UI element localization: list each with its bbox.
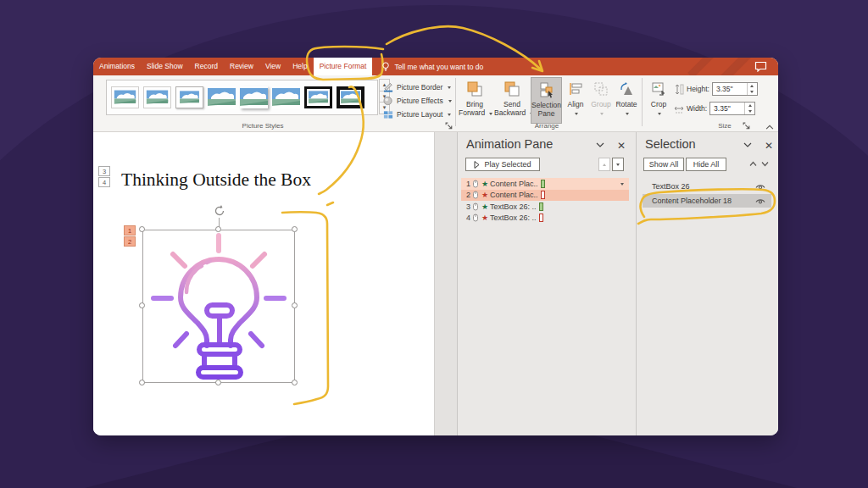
timing-bar[interactable] xyxy=(539,202,543,211)
width-label: Width: xyxy=(687,104,707,113)
picture-style-thumbnail[interactable] xyxy=(111,86,139,108)
picture-style-thumbnail[interactable] xyxy=(272,86,300,108)
move-down-icon[interactable] xyxy=(761,161,769,167)
picture-style-thumbnail[interactable] xyxy=(208,86,236,108)
picture-styles-gallery[interactable] xyxy=(106,80,378,115)
picture-styles-group-label: Picture Styles xyxy=(178,122,348,130)
send-backward-label: Send xyxy=(494,100,530,108)
tab-view[interactable]: View xyxy=(259,58,287,75)
tell-me-label: Tell me what you want to do xyxy=(394,63,483,71)
align-label: Align xyxy=(568,100,584,108)
lightbulb-image[interactable] xyxy=(140,227,298,385)
group-label: Group xyxy=(591,100,611,108)
timing-bar[interactable] xyxy=(541,191,545,199)
tab-slide-show[interactable]: Slide Show xyxy=(141,58,189,75)
comments-icon[interactable] xyxy=(754,61,767,72)
crop-label: Crop xyxy=(651,100,666,108)
show-all-button[interactable]: Show All xyxy=(643,158,684,171)
selection-item[interactable]: TextBox 26 xyxy=(643,180,771,193)
visibility-eye-icon[interactable] xyxy=(755,183,765,191)
picture-style-thumbnail-selected[interactable] xyxy=(175,86,203,108)
crop-button[interactable]: Crop xyxy=(646,77,671,124)
size-dialog-launcher-icon[interactable] xyxy=(743,122,751,130)
picture-style-thumbnail[interactable] xyxy=(304,86,332,108)
timing-bar[interactable] xyxy=(539,214,543,222)
mouse-click-icon xyxy=(472,191,479,199)
slide-canvas[interactable]: 3 4 Thinking Outside the Box 1 2 xyxy=(93,132,434,435)
rotate-label: Rotate xyxy=(615,100,637,108)
animation-item[interactable]: 1 ★ Content Plac.. xyxy=(461,178,629,190)
picture-style-thumbnail[interactable] xyxy=(240,86,268,108)
powerpoint-window: Animations Slide Show Record Review View… xyxy=(93,58,778,435)
slide-title[interactable]: Thinking Outside the Box xyxy=(121,169,311,191)
visibility-eye-icon[interactable] xyxy=(755,197,765,205)
ribbon: ▴ ▾ ▾ Picture Border Picture Effects Pic… xyxy=(93,75,778,132)
send-backward-button[interactable]: Send Backward xyxy=(494,77,530,124)
picture-styles-dialog-launcher-icon[interactable] xyxy=(445,122,453,130)
picture-style-thumbnail[interactable] xyxy=(337,86,364,108)
collapse-ribbon-icon[interactable] xyxy=(765,123,774,131)
rotate-icon xyxy=(614,80,639,98)
tab-review[interactable]: Review xyxy=(224,58,259,75)
bring-forward-label2: Forward xyxy=(459,108,485,117)
rotate-button[interactable]: Rotate xyxy=(614,77,639,124)
align-button[interactable]: Align xyxy=(564,77,587,124)
animation-order-badge[interactable]: 4 xyxy=(98,177,110,187)
crop-icon xyxy=(646,80,671,98)
picture-border-button[interactable]: Picture Border xyxy=(383,80,452,94)
move-up-icon[interactable] xyxy=(749,161,757,167)
animation-item[interactable]: 2 ★ Content Plac.. xyxy=(461,190,629,202)
chevron-down-icon xyxy=(448,100,452,103)
tab-help[interactable]: Help xyxy=(287,58,313,75)
tell-me-box[interactable]: Tell me what you want to do xyxy=(381,58,483,75)
width-input[interactable]: 3.35" xyxy=(709,102,755,115)
tab-picture-format[interactable]: Picture Format xyxy=(314,58,373,75)
send-backward-icon xyxy=(494,80,530,98)
width-icon xyxy=(675,103,684,114)
animation-item[interactable]: 3 ★ TextBox 26: .. xyxy=(461,201,629,213)
timing-bar[interactable] xyxy=(541,180,545,188)
animation-order-badge-selected[interactable]: 1 xyxy=(124,225,136,236)
picture-layout-icon xyxy=(383,109,393,119)
selection-pane-close-icon[interactable]: ✕ xyxy=(765,141,773,150)
item-dropdown-icon[interactable] xyxy=(620,183,624,186)
animation-pane-menu-icon[interactable] xyxy=(596,142,604,147)
bring-forward-icon xyxy=(459,80,491,98)
size-group-label: Size xyxy=(678,122,771,130)
height-label: Height: xyxy=(687,85,709,93)
selection-item-selected[interactable]: Content Placeholder 18 xyxy=(643,194,771,208)
picture-border-label: Picture Border xyxy=(397,83,442,92)
animation-pane: Animation Pane ✕ Play Selected 1 ★ Conte… xyxy=(457,132,636,435)
tab-record[interactable]: Record xyxy=(189,58,224,75)
height-input[interactable]: 3.35" xyxy=(712,82,758,96)
play-selected-button[interactable]: Play Selected xyxy=(465,158,540,171)
picture-layout-label: Picture Layout xyxy=(397,110,442,119)
selection-pane-button[interactable]: Selection Pane xyxy=(531,77,562,124)
mouse-click-icon xyxy=(472,214,479,222)
animation-order-badge-selected[interactable]: 2 xyxy=(124,236,136,247)
picture-effects-button[interactable]: Picture Effects xyxy=(383,94,452,108)
group-button[interactable]: Group xyxy=(589,77,613,124)
mouse-click-icon xyxy=(472,180,479,188)
move-later-button[interactable] xyxy=(612,158,624,171)
bring-forward-button[interactable]: Bring Forward xyxy=(459,77,491,124)
animation-item[interactable]: 4 ★ TextBox 26: .. xyxy=(461,213,629,225)
rotate-handle-icon[interactable] xyxy=(213,204,226,218)
height-spinner[interactable] xyxy=(747,83,757,95)
selection-pane-menu-icon[interactable] xyxy=(743,142,752,147)
send-backward-label2: Backward xyxy=(494,108,526,117)
group-icon xyxy=(589,80,613,98)
width-spinner[interactable] xyxy=(744,103,754,114)
bring-forward-label: Bring xyxy=(459,100,491,108)
hide-all-button[interactable]: Hide All xyxy=(686,158,726,171)
lightbulb-icon xyxy=(381,62,390,72)
picture-effects-label: Picture Effects xyxy=(397,97,443,105)
animation-pane-close-icon[interactable]: ✕ xyxy=(617,141,626,150)
selection-pane-label2: Pane xyxy=(531,109,561,118)
selection-pane-icon xyxy=(531,80,561,99)
move-earlier-button[interactable] xyxy=(598,158,610,171)
tab-animations[interactable]: Animations xyxy=(93,58,141,75)
picture-layout-button[interactable]: Picture Layout xyxy=(383,108,452,121)
animation-order-badge[interactable]: 3 xyxy=(98,166,110,176)
picture-style-thumbnail[interactable] xyxy=(143,86,171,108)
